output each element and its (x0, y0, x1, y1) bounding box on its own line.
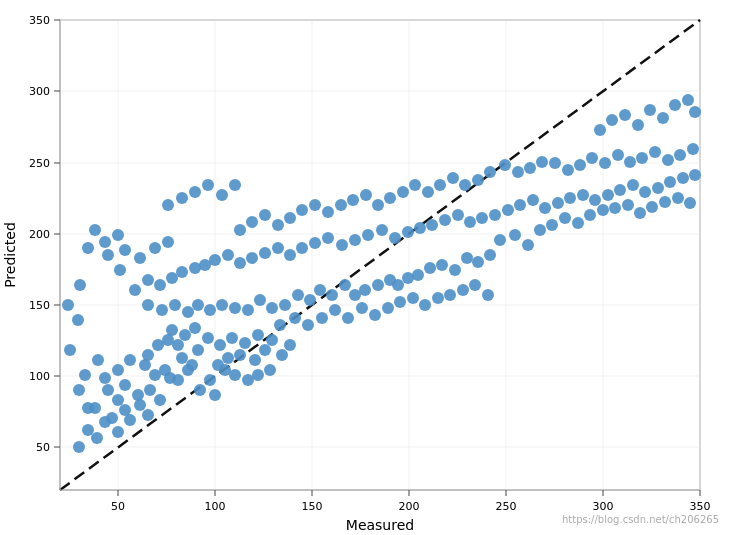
svg-point-195 (644, 104, 656, 116)
svg-point-146 (614, 184, 626, 196)
svg-point-101 (424, 262, 436, 274)
svg-point-41 (112, 364, 124, 376)
svg-point-74 (266, 334, 278, 346)
svg-point-87 (266, 302, 278, 314)
svg-point-144 (589, 194, 601, 206)
svg-point-22 (106, 412, 118, 424)
watermark: https://blog.csdn.net/ch206265 (562, 514, 719, 525)
svg-point-127 (376, 224, 388, 236)
x-tick-50: 50 (111, 500, 125, 513)
svg-point-129 (402, 226, 414, 238)
svg-point-222 (246, 216, 258, 228)
svg-point-16 (73, 441, 85, 453)
svg-point-139 (527, 194, 539, 206)
x-tick-350: 350 (690, 500, 711, 513)
svg-point-119 (272, 242, 284, 254)
svg-point-230 (347, 194, 359, 206)
svg-point-61 (176, 352, 188, 364)
svg-point-168 (559, 212, 571, 224)
svg-point-224 (272, 219, 284, 231)
svg-point-147 (627, 179, 639, 191)
svg-point-135 (476, 212, 488, 224)
svg-point-208 (329, 304, 341, 316)
svg-point-104 (461, 252, 473, 264)
svg-point-210 (356, 302, 368, 314)
svg-point-240 (472, 174, 484, 186)
svg-point-182 (586, 152, 598, 164)
svg-point-215 (419, 299, 431, 311)
y-tick-300: 300 (29, 85, 50, 98)
svg-point-110 (166, 272, 178, 284)
svg-point-159 (112, 229, 124, 241)
svg-point-107 (129, 284, 141, 296)
y-tick-350: 350 (29, 14, 50, 27)
svg-point-47 (194, 384, 206, 396)
svg-point-211 (369, 309, 381, 321)
svg-point-181 (574, 159, 586, 171)
svg-point-88 (279, 299, 291, 311)
y-tick-250: 250 (29, 157, 50, 170)
svg-point-93 (339, 279, 351, 291)
svg-point-123 (322, 232, 334, 244)
svg-point-150 (664, 176, 676, 188)
svg-point-83 (216, 299, 228, 311)
x-axis-label: Measured (346, 517, 414, 533)
svg-point-232 (372, 199, 384, 211)
svg-point-161 (89, 224, 101, 236)
svg-point-149 (652, 182, 664, 194)
svg-point-39 (124, 354, 136, 366)
svg-point-231 (360, 189, 372, 201)
svg-point-156 (134, 252, 146, 264)
svg-point-151 (677, 172, 689, 184)
svg-point-103 (449, 264, 461, 276)
svg-point-138 (514, 199, 526, 211)
svg-point-95 (359, 284, 371, 296)
svg-point-81 (192, 299, 204, 311)
svg-point-44 (79, 369, 91, 381)
svg-point-77 (142, 299, 154, 311)
svg-point-228 (322, 206, 334, 218)
svg-point-242 (499, 159, 511, 171)
svg-point-25 (134, 399, 146, 411)
svg-point-173 (622, 199, 634, 211)
svg-point-167 (546, 219, 558, 231)
svg-point-18 (91, 432, 103, 444)
x-tick-150: 150 (302, 500, 323, 513)
x-tick-300: 300 (593, 500, 614, 513)
svg-point-204 (274, 319, 286, 331)
svg-point-246 (162, 199, 174, 211)
svg-point-190 (687, 143, 699, 155)
svg-point-163 (494, 234, 506, 246)
svg-point-216 (432, 292, 444, 304)
svg-point-184 (612, 149, 624, 161)
svg-point-66 (166, 324, 178, 336)
svg-point-126 (362, 229, 374, 241)
svg-point-67 (179, 329, 191, 341)
svg-point-28 (102, 384, 114, 396)
svg-point-29 (119, 379, 131, 391)
svg-point-89 (292, 289, 304, 301)
svg-point-55 (234, 349, 246, 361)
svg-point-175 (646, 201, 658, 213)
y-axis-label: Predicted (2, 222, 18, 288)
scatter-plot: 50 100 150 200 250 300 350 50 100 150 20… (0, 0, 731, 535)
svg-point-203 (74, 279, 86, 291)
svg-point-125 (349, 234, 361, 246)
svg-point-118 (259, 247, 271, 259)
svg-point-213 (394, 296, 406, 308)
svg-point-98 (392, 279, 404, 291)
x-tick-250: 250 (496, 500, 517, 513)
svg-point-17 (82, 424, 94, 436)
svg-point-21 (112, 426, 124, 438)
svg-point-196 (657, 112, 669, 124)
svg-point-214 (407, 292, 419, 304)
svg-point-239 (459, 179, 471, 191)
svg-point-171 (597, 204, 609, 216)
svg-point-198 (682, 94, 694, 106)
svg-point-227 (309, 199, 321, 211)
svg-point-143 (577, 189, 589, 201)
svg-point-249 (202, 179, 214, 191)
svg-point-166 (534, 224, 546, 236)
svg-point-27 (112, 394, 124, 406)
svg-point-157 (149, 242, 161, 254)
